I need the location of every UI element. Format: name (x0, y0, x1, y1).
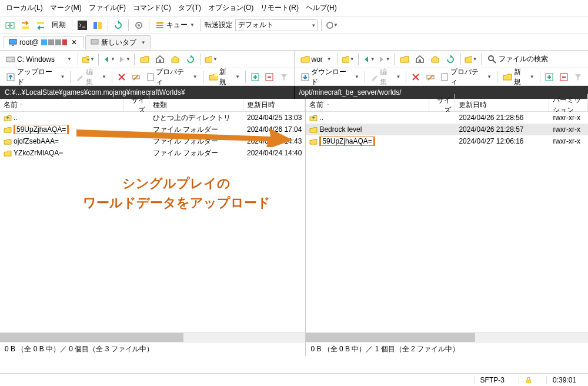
new-tab[interactable]: 新しいタブ▼ (85, 35, 151, 49)
sync-right-icon[interactable] (19, 19, 32, 32)
list-item[interactable]: YZkoZrMlAQA=ファイル フォルダー2024/04/24 14:40 (0, 147, 305, 159)
list-item[interactable]: ..ひとつ上のディレクトリ2024/04/25 13:03 (0, 112, 305, 124)
menu-file[interactable]: ファイル(F) (86, 2, 128, 14)
menu-remote[interactable]: リモート(R) (258, 2, 301, 14)
right-minus-icon[interactable] (557, 71, 570, 84)
compare-icon[interactable] (91, 19, 104, 32)
close-tab-icon[interactable]: ✕ (69, 38, 79, 46)
transfer-label: 転送設定 (205, 20, 233, 30)
list-item[interactable]: 59UpZjhaAQA=2024/04/27 12:06:16rwxr-xr-x (306, 135, 588, 147)
right-filter-icon[interactable] (572, 71, 584, 84)
left-list[interactable]: ..ひとつ上のディレクトリ2024/04/25 13:0359UpZjhaAQA… (0, 112, 305, 332)
list-item[interactable]: ojofZsebAAA=ファイル フォルダー2024/04/22 14:43 (0, 135, 305, 147)
monitor-icon (9, 38, 17, 46)
menu-command[interactable]: コマンド(C) (131, 2, 173, 14)
right-props-button[interactable]: プロパティ▼ (438, 66, 494, 88)
transfer-combo[interactable]: デフォルト (235, 19, 318, 31)
menu-tab[interactable]: タブ(T) (176, 2, 203, 14)
right-nav-open-icon[interactable]: ▼ (342, 53, 355, 66)
right-home-icon[interactable] (429, 53, 442, 66)
left-scrollbar[interactable] (0, 332, 305, 342)
right-scrollbar[interactable] (306, 332, 588, 342)
refresh-icon[interactable] (112, 19, 125, 32)
right-refresh2-icon[interactable] (444, 53, 457, 66)
right-list-header: 名前 ⌃ サイズ 更新日時 パーミッション (306, 99, 588, 112)
status-time: 0:39:01 (546, 376, 582, 384)
main-toolbar: 同期 キュー▼ 転送設定 デフォルト ▼ (0, 16, 588, 34)
right-list[interactable]: ..2024/04/26 21:28:56rwxr-xr-xBedrock le… (306, 112, 588, 332)
col-date[interactable]: 更新日時 (243, 99, 305, 111)
left-plus-icon[interactable] (249, 71, 261, 84)
left-rename-icon[interactable] (129, 71, 142, 84)
list-item[interactable]: 59UpZjhaAQA=ファイル フォルダー2024/04/26 17:04 (0, 124, 305, 135)
right-bookmark-icon[interactable]: ▼ (465, 53, 477, 66)
svg-point-26 (214, 73, 218, 76)
transfer-settings-icon[interactable]: ▼ (325, 19, 338, 32)
col-name[interactable]: 名前 ⌃ (0, 99, 123, 111)
search-icon (487, 55, 497, 64)
terminal-icon[interactable] (76, 19, 89, 32)
redacted-icon (41, 39, 67, 45)
new-tab-icon (91, 38, 99, 46)
menu-mark[interactable]: マーク(M) (48, 2, 84, 14)
left-home-icon[interactable] (169, 53, 182, 66)
session-tab[interactable]: root@ ✕ (4, 36, 84, 48)
left-refresh2-icon[interactable] (184, 53, 197, 66)
left-up-folder-icon[interactable] (138, 53, 151, 66)
right-root-icon[interactable] (413, 53, 426, 66)
svg-rect-6 (98, 22, 102, 29)
right-delete-icon[interactable] (409, 71, 422, 84)
left-root-icon[interactable] (153, 53, 166, 66)
list-item[interactable]: ..2024/04/26 21:28:56rwxr-xr-x (306, 112, 588, 124)
svg-rect-14 (12, 45, 14, 46)
right-back-icon[interactable]: ▼ (362, 53, 375, 66)
menubar: ローカル(L) マーク(M) ファイル(F) コマンド(C) タブ(T) オプシ… (0, 0, 588, 16)
list-item[interactable]: Bedrock level2024/04/26 21:28:57rwxr-xr-… (306, 124, 588, 135)
left-props-button[interactable]: プロパティ▼ (144, 66, 200, 88)
left-back-icon[interactable]: ▼ (102, 53, 115, 66)
menu-option[interactable]: オプション(O) (206, 2, 256, 14)
left-fwd-icon[interactable]: ▼ (118, 53, 131, 66)
svg-rect-10 (156, 25, 163, 26)
right-fwd-icon[interactable]: ▼ (377, 53, 390, 66)
status-lock-icon (519, 377, 538, 384)
right-drive-combo[interactable]: wor▼ (298, 54, 334, 65)
col-name-r[interactable]: 名前 ⌃ (306, 99, 429, 111)
svg-rect-4 (78, 21, 87, 30)
download-button[interactable]: ダウンロード▼ (298, 66, 362, 88)
left-new-button[interactable]: 新規▼ (206, 66, 243, 88)
right-up-folder-icon[interactable] (398, 53, 411, 66)
menu-help[interactable]: ヘルプ(H) (303, 2, 339, 14)
left-status: 0 B （全 0 B 中）／ 0 個目（全 3 ファイル中） (0, 342, 305, 356)
statusbar: SFTP-3 0:39:01 (0, 373, 588, 386)
right-rename-icon[interactable] (424, 71, 436, 84)
left-edit-button[interactable]: 編集▼ (74, 66, 109, 88)
drive-icon (6, 55, 15, 64)
svg-rect-2 (22, 26, 29, 29)
right-new-button[interactable]: 新規▼ (500, 66, 537, 88)
find-files-button[interactable]: ファイルの検索 (485, 53, 550, 65)
right-plus-icon[interactable] (543, 71, 556, 84)
left-bookmark-icon[interactable]: ▼ (205, 53, 218, 66)
upload-button[interactable]: アップロード▼ (4, 66, 67, 88)
svg-point-21 (12, 59, 14, 60)
left-nav-open-icon[interactable]: ▼ (82, 53, 95, 66)
col-date-r[interactable]: 更新日時 (455, 99, 549, 111)
queue-button[interactable]: キュー▼ (153, 19, 197, 31)
annotation-text: シングルプレイのワールドデータをアップロード (71, 174, 282, 212)
left-drive-combo[interactable]: C: Windows▼ (4, 54, 74, 65)
right-edit-button[interactable]: 編集▼ (368, 66, 403, 88)
settings-icon[interactable] (132, 19, 145, 32)
menu-local[interactable]: ローカル(L) (4, 2, 45, 14)
status-proto: SFTP-3 (474, 376, 510, 384)
sync-panes-icon[interactable] (4, 19, 16, 32)
left-delete-icon[interactable] (115, 71, 128, 84)
left-pane: 名前 ⌃ サイズ 種類 更新日時 ..ひとつ上のディレクトリ2024/04/25… (0, 99, 306, 356)
svg-rect-19 (91, 39, 98, 44)
sync-button[interactable]: 同期 (49, 19, 68, 31)
sync-left-icon[interactable] (34, 19, 47, 32)
col-type[interactable]: 種類 (149, 99, 243, 111)
svg-rect-18 (62, 39, 67, 45)
left-minus-icon[interactable] (263, 71, 276, 84)
left-filter-icon[interactable] (278, 71, 290, 84)
